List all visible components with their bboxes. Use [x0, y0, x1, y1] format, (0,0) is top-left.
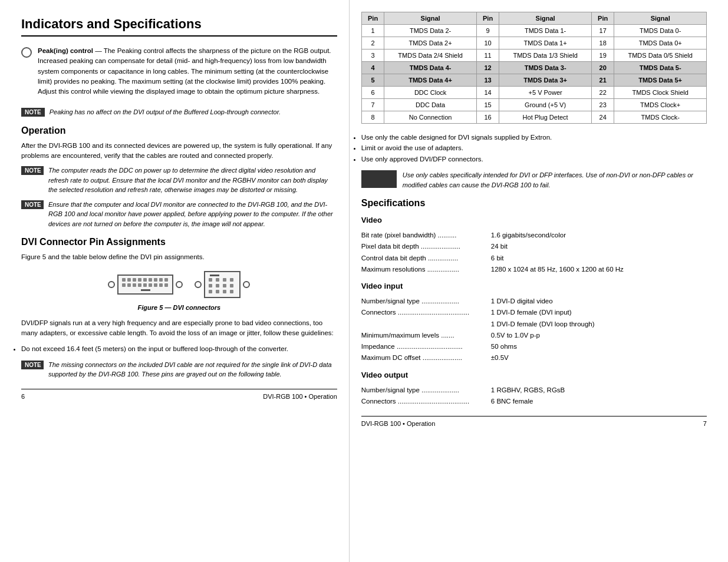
spec-label: Pixel data bit depth ...................… [361, 242, 491, 252]
table-row: 5 TMDS Data 4+ 13 TMDS Data 3+ 21 TMDS D… [361, 74, 706, 87]
pin [122, 283, 126, 287]
pin [216, 290, 219, 293]
cell-sig1: No Connection [384, 111, 477, 124]
spec-value: 1280 x 1024 at 85 Hz, 1600 x 1200 at 60 … [491, 265, 624, 275]
pin [223, 278, 226, 282]
col-pin1: Pin [361, 12, 384, 25]
cell-sig2: Hot Plug Detect [499, 111, 592, 124]
cell-sig1: TMDS Data 4+ [384, 74, 477, 87]
spec-label [361, 319, 491, 329]
cell-sig2: TMDS Data 1- [499, 25, 592, 37]
right-screw-icon [176, 281, 183, 288]
spec-value: 0.5V to 1.0V p-p [491, 330, 540, 340]
col-pin2: Pin [476, 12, 499, 25]
spec-label: Maximum DC offset ..................... [361, 353, 491, 363]
spec-value: 1 DVI-D digital video [491, 296, 553, 306]
spec-label: Control data bit depth ................ [361, 253, 491, 263]
operation-text: After the DVI-RGB 100 and its connected … [21, 141, 337, 161]
cell-pin2: 15 [476, 99, 499, 111]
spec-value: 1.6 gigabits/second/color [491, 230, 566, 240]
spec-label: Connectors .............................… [361, 308, 491, 318]
video-output-specs: Number/signal type ....................1… [361, 385, 707, 407]
pin [164, 283, 168, 287]
pin [230, 284, 233, 287]
cell-sig3: TMDS Data 0+ [614, 37, 707, 49]
spec-row: Pixel data bit depth ...................… [361, 242, 707, 252]
cell-pin3: 21 [591, 74, 614, 87]
cell-pin3: 19 [591, 49, 614, 62]
table-row: 1 TMDS Data 2- 9 TMDS Data 1- 17 TMDS Da… [361, 25, 706, 37]
cell-pin1: 6 [361, 87, 384, 99]
dash [141, 289, 150, 291]
spec-value: 1 RGBHV, RGBS, RGsB [491, 385, 565, 395]
left-page: Indicators and Specifications Peak(ing) … [0, 0, 350, 562]
cell-pin2: 11 [476, 49, 499, 62]
specifications-title: Specifications [361, 198, 707, 209]
spec-row: Impedance ..............................… [361, 342, 707, 352]
spec-label: Maximum resolutions ................. [361, 265, 491, 275]
cell-pin1: 4 [361, 62, 384, 74]
pin [223, 284, 226, 287]
operation-note1-text: The computer reads the DDC on power up t… [48, 166, 337, 195]
table-row: 2 TMDS Data 2+ 10 TMDS Data 1+ 18 TMDS D… [361, 37, 706, 49]
cell-pin2: 9 [476, 25, 499, 37]
operation-note2-label: NOTE [21, 200, 44, 209]
pin [127, 283, 131, 287]
dvi-connectors-diagram [21, 271, 337, 298]
right-pins [209, 278, 236, 295]
video-title: Video [361, 216, 707, 224]
spec-value: 6 BNC female [491, 396, 533, 406]
right-footer: DVI-RGB 100 • Operation 7 [361, 416, 707, 427]
cell-sig1: TMDS Data 2- [384, 25, 477, 37]
spec-row: Maximum DC offset .....................±… [361, 353, 707, 363]
right-footer-page: 7 [703, 420, 707, 427]
dvi-note-box: NOTE The missing connectors on the inclu… [21, 360, 337, 379]
figure-caption: Figure 5 — DVI connectors [21, 303, 337, 313]
video-input-specs: Number/signal type ....................1… [361, 296, 707, 363]
spec-label: Minimum/maximum levels ....... [361, 330, 491, 340]
pin-table: Pin Signal Pin Signal Pin Signal 1 TMDS … [361, 12, 707, 124]
dvi-note-label: NOTE [21, 361, 44, 369]
cell-sig2: Ground (+5 V) [499, 99, 592, 111]
pin [122, 278, 126, 282]
dvi-bullet-list: Do not exceed 16.4 feet (5 meters) on th… [21, 343, 337, 354]
bottom-pins [122, 289, 169, 291]
cell-sig2: TMDS Data 3+ [499, 74, 592, 87]
cell-pin1: 5 [361, 74, 384, 87]
operation-title: Operation [21, 125, 337, 136]
pin [133, 283, 136, 287]
left-pins-grid [122, 278, 169, 287]
table-row: 4 TMDS Data 4- 12 TMDS Data 3- 20 TMDS D… [361, 62, 706, 74]
spec-value: 1 DVI-D female (DVI loop through) [491, 319, 595, 329]
pin [164, 278, 168, 282]
pin [209, 284, 212, 287]
left-connector [108, 275, 183, 295]
spec-value: ±0.5V [491, 353, 509, 363]
cell-pin3: 22 [591, 87, 614, 99]
video-output-title: Video output [361, 371, 707, 379]
right-connector-box [204, 271, 241, 298]
spec-row: Control data bit depth ................6… [361, 253, 707, 263]
peaking-note-text: Peaking has no affect on the DVI output … [50, 107, 281, 117]
pin [159, 283, 163, 287]
left-footer-page: 6 [21, 393, 25, 400]
peaking-desc: — The Peaking control affects the sharpn… [38, 47, 331, 95]
cell-sig3: TMDS Data 5- [614, 62, 707, 74]
dvi-connector-title: DVI Connector Pin Assignments [21, 237, 337, 247]
pin [209, 290, 212, 293]
spec-row: Maximum resolutions .................128… [361, 265, 707, 275]
left-connector-box [117, 275, 173, 295]
pin [143, 283, 147, 287]
peaking-note-label: NOTE [21, 108, 45, 117]
spec-row: Connectors .............................… [361, 308, 707, 318]
cell-sig3: TMDS Clock- [614, 111, 707, 124]
pin [143, 278, 147, 282]
right-connector [195, 271, 250, 298]
spec-label: Impedance ..............................… [361, 342, 491, 352]
cell-sig1: TMDS Data 4- [384, 62, 477, 74]
cell-sig2: TMDS Data 3- [499, 62, 592, 74]
pin [133, 278, 136, 282]
spec-label: Connectors .............................… [361, 396, 491, 406]
page-title: Indicators and Specifications [21, 16, 337, 37]
pin [138, 278, 141, 282]
